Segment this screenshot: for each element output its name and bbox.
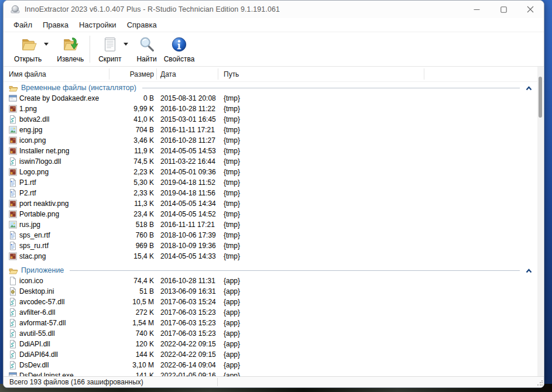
properties-icon [170,35,188,54]
column-divider[interactable] [218,68,218,80]
table-row[interactable]: eng.jpg704 B2016-11-11 17:21{tmp} [4,125,544,135]
find-button[interactable]: Найти [133,34,160,64]
table-row[interactable]: rus.jpg518 B2016-11-11 17:21{tmp} [4,219,544,230]
table-row[interactable]: avfilter-6.dll272 K2017-06-03 15:23{app} [4,307,544,318]
file-name: Installer net.png [19,147,69,155]
file-name: avformat-57.dll [19,319,66,327]
close-button[interactable] [517,1,544,18]
file-date: 2017-06-03 15:23 [160,329,216,338]
table-row[interactable]: avcodec-57.dll10,5 M2017-06-03 15:24{app… [4,297,544,307]
file-size: 969 B [85,242,154,250]
menu-bar: Файл Правка Настройки Справка [4,18,544,32]
table-row[interactable]: P1.rtf5,30 K2019-04-18 11:52{tmp} [4,177,544,188]
menu-help[interactable]: Справка [122,19,162,31]
menu-settings[interactable]: Настройки [74,19,122,31]
table-row[interactable]: Logo.png2,23 K2014-05-01 09:36{tmp} [4,167,544,177]
group-header[interactable]: Временные файлы (инсталлятор) [4,82,544,93]
menu-file[interactable]: Файл [8,19,37,31]
ico-file-icon [9,277,17,286]
table-row[interactable]: DdiAPI64.dll144 K2022-04-22 09:15{app} [4,349,544,360]
file-size: 3,10 M [85,361,154,369]
properties-button-label: Свойства [164,55,195,63]
rtf-file-icon [9,242,17,250]
properties-button[interactable]: Свойства [160,34,198,64]
file-path: {app} [224,340,240,348]
column-header-date[interactable]: Дата [160,70,176,78]
file-path: {tmp} [224,178,240,187]
file-size: 51 B [85,287,154,295]
script-button-label: Скрипт [98,55,121,63]
vertical-scrollbar[interactable] [537,67,543,376]
column-divider[interactable] [156,68,157,80]
search-icon [138,35,156,54]
file-date: 2018-10-06 17:39 [160,231,216,239]
script-button[interactable]: Скрипт [95,34,125,64]
window-title: InnoExtractor 2023 v6.1.0.407 Plus - R-S… [25,5,280,13]
file-path: {app} [224,350,240,359]
column-divider[interactable] [109,68,109,80]
group-label: Временные файлы (инсталлятор) [21,84,136,92]
column-header-path[interactable]: Путь [224,70,239,78]
file-name: iswin7logo.dll [19,157,61,166]
file-name: DdiAPI64.dll [19,350,58,359]
file-name: port neaktiv.png [19,200,69,208]
file-path: {app} [224,287,240,295]
table-row[interactable]: Portable.png23,4 K2014-05-05 14:52{tmp} [4,209,544,219]
column-header-size[interactable]: Размер [85,70,154,78]
jpg-file-icon [9,126,17,135]
menu-edit[interactable]: Правка [37,19,74,31]
collapse-chevron-icon[interactable] [526,86,532,91]
file-size: 760 B [85,231,154,239]
file-name: avutil-55.dll [19,329,55,338]
resize-grip[interactable] [537,380,543,386]
table-row[interactable]: DdiAPI.dll120 K2022-04-22 09:15{app} [4,339,544,349]
file-path: {tmp} [224,147,240,155]
table-row[interactable]: Installer net.png11,9 K2014-05-05 14:53{… [4,146,544,156]
column-divider[interactable] [424,68,424,80]
table-row[interactable]: Create by Dodakaedr.exe0 B2015-08-31 20:… [4,93,544,104]
column-header-name[interactable]: Имя файла [9,70,46,78]
rtf-file-icon [9,231,17,240]
table-row[interactable]: sps_ru.rtf969 B2018-10-09 19:36{tmp} [4,240,544,251]
table-row[interactable]: sps_en.rtf760 B2018-10-06 17:39{tmp} [4,230,544,240]
table-row[interactable]: stac.png15,4 K2014-05-05 14:33{tmp} [4,251,544,262]
file-size: 5,30 K [85,178,154,187]
file-size: 15,4 K [85,252,154,260]
scrollbar-thumb[interactable] [539,77,542,118]
table-row[interactable]: avutil-55.dll740 K2017-06-03 15:23{app} [4,328,544,339]
table-row[interactable]: iswin7logo.dll74,5 K2011-03-22 16:44{tmp… [4,156,544,167]
table-row[interactable]: icon.png3,46 K2016-10-28 11:27{tmp} [4,135,544,146]
file-date: 2022-04-22 09:15 [160,340,216,348]
png-file-icon [9,200,17,208]
script-icon [102,35,118,54]
table-row[interactable]: port neaktiv.png11,3 K2014-05-05 14:34{t… [4,198,544,209]
file-name: sps_en.rtf [19,231,50,239]
title-bar[interactable]: InnoExtractor 2023 v6.1.0.407 Plus - R-S… [4,1,544,18]
minimize-button[interactable] [463,1,490,18]
file-path: {tmp} [224,168,240,176]
collapse-chevron-icon[interactable] [526,269,532,273]
file-path: {tmp} [224,210,240,218]
table-row[interactable]: DsDev.dll3,10 M2022-06-14 09:04{app} [4,360,544,370]
group-rule [70,270,520,271]
table-row[interactable]: 1.png9,99 K2016-10-28 11:22{tmp} [4,104,544,114]
ini-file-icon [9,287,17,296]
table-row[interactable]: avformat-57.dll1,54 M2017-06-03 15:23{ap… [4,318,544,328]
file-date: 2017-06-03 15:24 [160,298,216,306]
file-date: 2014-05-05 14:52 [160,210,216,218]
table-row[interactable]: icon.ico74,4 K2016-10-28 11:31{app} [4,276,544,286]
file-size: 74,5 K [85,157,154,166]
file-date: 2019-04-18 11:56 [160,189,215,197]
table-row[interactable]: botva2.dll41,0 K2015-03-01 16:45{tmp} [4,114,544,125]
file-name: rus.jpg [19,221,40,229]
table-row[interactable]: P2.rtf2,33 K2019-04-18 11:56{tmp} [4,188,544,198]
extract-button[interactable]: Извлечь [53,34,87,64]
maximize-button[interactable] [490,1,517,18]
script-dropdown-arrow[interactable] [124,46,128,56]
file-name: Logo.png [19,168,49,176]
open-dropdown-arrow[interactable] [44,46,49,56]
group-header[interactable]: Приложение [4,264,544,276]
open-button[interactable]: Открыть [11,34,45,64]
table-row[interactable]: Desktop.ini51 B2013-06-09 16:31{app} [4,286,544,297]
dll-file-icon [9,319,17,328]
